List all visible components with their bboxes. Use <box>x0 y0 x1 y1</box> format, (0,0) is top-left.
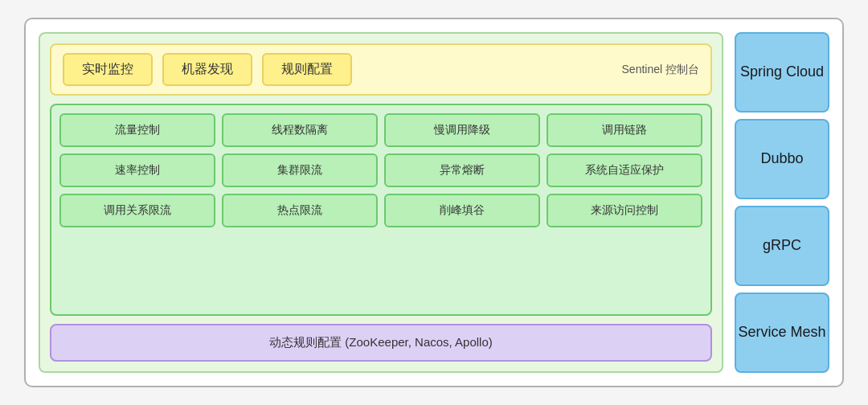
sentinel-label: Sentinel 控制台 <box>622 63 699 77</box>
grid-row: 调用关系限流热点限流削峰填谷来源访问控制 <box>59 194 702 227</box>
side-panel: Spring CloudDubbogRPCService Mesh <box>735 32 829 373</box>
side-box: Service Mesh <box>735 292 829 373</box>
grid-row: 速率控制集群限流异常熔断系统自适应保护 <box>59 153 702 187</box>
grid-cell: 异常熔断 <box>384 153 540 187</box>
main-container: 实时监控机器发现规则配置 Sentinel 控制台 流量控制线程数隔离慢调用降级… <box>24 18 844 387</box>
grid-section: 流量控制线程数隔离慢调用降级调用链路速率控制集群限流异常熔断系统自适应保护调用关… <box>50 104 712 316</box>
grid-row: 流量控制线程数隔离慢调用降级调用链路 <box>59 113 702 147</box>
side-box: gRPC <box>735 206 829 286</box>
grid-cell: 慢调用降级 <box>384 113 540 147</box>
sentinel-box: 实时监控 <box>63 53 153 86</box>
sentinel-boxes: 实时监控机器发现规则配置 <box>63 53 612 86</box>
sentinel-section: 实时监控机器发现规则配置 Sentinel 控制台 <box>50 43 712 96</box>
side-box: Spring Cloud <box>735 32 829 112</box>
grid-cell: 热点限流 <box>222 194 378 227</box>
grid-cell: 调用关系限流 <box>59 194 215 227</box>
grid-cell: 系统自适应保护 <box>547 153 702 187</box>
grid-cell: 调用链路 <box>547 113 702 147</box>
dynamic-label: 动态规则配置 (ZooKeeper, Nacos, Apollo) <box>269 335 493 349</box>
sentinel-box: 规则配置 <box>262 53 352 86</box>
grid-cell: 来源访问控制 <box>547 194 702 227</box>
main-panel: 实时监控机器发现规则配置 Sentinel 控制台 流量控制线程数隔离慢调用降级… <box>39 32 723 373</box>
sentinel-box: 机器发现 <box>162 53 252 86</box>
dynamic-section: 动态规则配置 (ZooKeeper, Nacos, Apollo) <box>50 324 712 362</box>
side-box: Dubbo <box>735 119 829 199</box>
grid-cell: 集群限流 <box>222 153 378 187</box>
grid-cell: 速率控制 <box>59 153 215 187</box>
grid-cell: 流量控制 <box>59 113 215 147</box>
grid-cell: 削峰填谷 <box>384 194 540 227</box>
grid-cell: 线程数隔离 <box>222 113 378 147</box>
